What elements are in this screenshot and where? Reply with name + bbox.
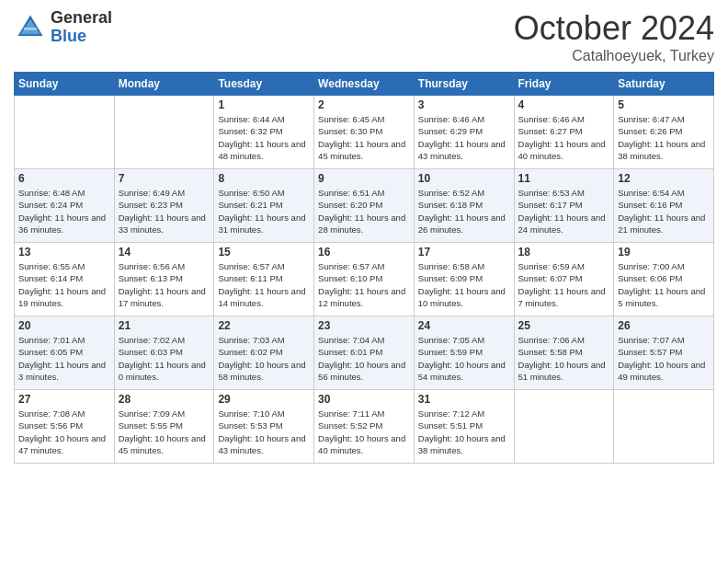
calendar-week-4: 27Sunrise: 7:08 AM Sunset: 5:56 PM Dayli… [15, 390, 714, 464]
calendar-cell: 16Sunrise: 6:57 AM Sunset: 6:10 PM Dayli… [314, 243, 415, 316]
logo-icon [14, 11, 47, 44]
day-number: 16 [318, 246, 410, 259]
header-row: Sunday Monday Tuesday Wednesday Thursday… [15, 73, 714, 96]
calendar-week-2: 13Sunrise: 6:55 AM Sunset: 6:14 PM Dayli… [15, 243, 714, 316]
day-number: 21 [119, 319, 210, 332]
calendar-cell: 30Sunrise: 7:11 AM Sunset: 5:52 PM Dayli… [314, 390, 415, 464]
day-number: 6 [18, 172, 110, 185]
calendar-cell: 13Sunrise: 6:55 AM Sunset: 6:14 PM Dayli… [15, 243, 115, 316]
day-number: 8 [218, 172, 310, 185]
calendar-cell: 5Sunrise: 6:47 AM Sunset: 6:26 PM Daylig… [614, 96, 714, 169]
calendar-cell: 22Sunrise: 7:03 AM Sunset: 6:02 PM Dayli… [214, 316, 314, 390]
logo: General Blue [14, 9, 112, 46]
day-info: Sunrise: 6:46 AM Sunset: 6:27 PM Dayligh… [518, 113, 610, 162]
calendar-cell: 19Sunrise: 7:00 AM Sunset: 6:06 PM Dayli… [614, 243, 714, 316]
day-info: Sunrise: 6:55 AM Sunset: 6:14 PM Dayligh… [18, 260, 110, 309]
day-info: Sunrise: 7:03 AM Sunset: 6:02 PM Dayligh… [218, 334, 310, 383]
day-number: 26 [618, 319, 710, 332]
day-info: Sunrise: 7:08 AM Sunset: 5:56 PM Dayligh… [18, 408, 110, 456]
calendar-cell [514, 390, 614, 464]
title-block: October 2024 Catalhoeyuek, Turkey [514, 9, 714, 64]
col-wednesday: Wednesday [314, 73, 415, 96]
day-info: Sunrise: 6:57 AM Sunset: 6:11 PM Dayligh… [218, 260, 310, 309]
day-info: Sunrise: 6:54 AM Sunset: 6:16 PM Dayligh… [618, 187, 710, 236]
month-title: October 2024 [514, 9, 714, 48]
day-info: Sunrise: 7:06 AM Sunset: 5:58 PM Dayligh… [518, 334, 610, 383]
day-info: Sunrise: 7:01 AM Sunset: 6:05 PM Dayligh… [18, 334, 110, 383]
day-number: 9 [318, 172, 410, 185]
calendar-cell: 2Sunrise: 6:45 AM Sunset: 6:30 PM Daylig… [314, 96, 415, 169]
calendar-cell: 14Sunrise: 6:56 AM Sunset: 6:13 PM Dayli… [114, 243, 214, 316]
page: General Blue October 2024 Catalhoeyuek, … [0, 0, 728, 563]
day-info: Sunrise: 6:46 AM Sunset: 6:29 PM Dayligh… [418, 113, 510, 162]
day-number: 1 [218, 98, 310, 111]
calendar-cell: 27Sunrise: 7:08 AM Sunset: 5:56 PM Dayli… [15, 390, 115, 464]
day-info: Sunrise: 7:09 AM Sunset: 5:55 PM Dayligh… [119, 408, 210, 456]
day-number: 29 [218, 393, 310, 406]
day-number: 19 [618, 246, 710, 259]
calendar-cell: 1Sunrise: 6:44 AM Sunset: 6:32 PM Daylig… [214, 96, 314, 169]
day-number: 27 [18, 393, 110, 406]
day-info: Sunrise: 6:50 AM Sunset: 6:21 PM Dayligh… [218, 187, 310, 236]
day-info: Sunrise: 6:44 AM Sunset: 6:32 PM Dayligh… [218, 113, 310, 162]
day-number: 24 [418, 319, 510, 332]
day-number: 30 [318, 393, 410, 406]
col-sunday: Sunday [15, 73, 115, 96]
day-info: Sunrise: 7:00 AM Sunset: 6:06 PM Dayligh… [618, 260, 710, 309]
day-number: 4 [518, 98, 610, 111]
day-number: 18 [518, 246, 610, 259]
calendar-cell: 31Sunrise: 7:12 AM Sunset: 5:51 PM Dayli… [414, 390, 514, 464]
calendar-cell: 9Sunrise: 6:51 AM Sunset: 6:20 PM Daylig… [314, 169, 415, 243]
logo-general-text: General [51, 9, 112, 28]
col-monday: Monday [114, 73, 214, 96]
day-info: Sunrise: 7:05 AM Sunset: 5:59 PM Dayligh… [418, 334, 510, 383]
day-info: Sunrise: 6:47 AM Sunset: 6:26 PM Dayligh… [618, 113, 710, 162]
calendar-cell: 23Sunrise: 7:04 AM Sunset: 6:01 PM Dayli… [314, 316, 415, 390]
day-number: 23 [318, 319, 410, 332]
logo-text: General Blue [51, 9, 112, 46]
day-info: Sunrise: 7:10 AM Sunset: 5:53 PM Dayligh… [218, 408, 310, 456]
calendar-cell: 10Sunrise: 6:52 AM Sunset: 6:18 PM Dayli… [414, 169, 514, 243]
calendar-cell [15, 96, 115, 169]
day-info: Sunrise: 6:49 AM Sunset: 6:23 PM Dayligh… [119, 187, 210, 236]
day-number: 10 [418, 172, 510, 185]
day-info: Sunrise: 6:56 AM Sunset: 6:13 PM Dayligh… [119, 260, 210, 309]
calendar-cell: 29Sunrise: 7:10 AM Sunset: 5:53 PM Dayli… [214, 390, 314, 464]
day-info: Sunrise: 6:58 AM Sunset: 6:09 PM Dayligh… [418, 260, 510, 309]
calendar-cell: 17Sunrise: 6:58 AM Sunset: 6:09 PM Dayli… [414, 243, 514, 316]
day-number: 5 [618, 98, 710, 111]
col-tuesday: Tuesday [214, 73, 314, 96]
day-info: Sunrise: 7:04 AM Sunset: 6:01 PM Dayligh… [318, 334, 410, 383]
day-number: 13 [18, 246, 110, 259]
logo-blue-text: Blue [51, 28, 112, 46]
day-number: 22 [218, 319, 310, 332]
calendar-table: Sunday Monday Tuesday Wednesday Thursday… [14, 72, 714, 464]
day-number: 20 [18, 319, 110, 332]
calendar-cell: 15Sunrise: 6:57 AM Sunset: 6:11 PM Dayli… [214, 243, 314, 316]
calendar-cell: 11Sunrise: 6:53 AM Sunset: 6:17 PM Dayli… [514, 169, 614, 243]
header: General Blue October 2024 Catalhoeyuek, … [14, 9, 714, 64]
day-info: Sunrise: 6:48 AM Sunset: 6:24 PM Dayligh… [18, 187, 110, 236]
day-number: 12 [618, 172, 710, 185]
calendar-cell: 28Sunrise: 7:09 AM Sunset: 5:55 PM Dayli… [114, 390, 214, 464]
day-number: 7 [119, 172, 210, 185]
col-thursday: Thursday [414, 73, 514, 96]
location-title: Catalhoeyuek, Turkey [514, 48, 714, 64]
day-info: Sunrise: 6:53 AM Sunset: 6:17 PM Dayligh… [518, 187, 610, 236]
calendar-week-1: 6Sunrise: 6:48 AM Sunset: 6:24 PM Daylig… [15, 169, 714, 243]
calendar-cell: 18Sunrise: 6:59 AM Sunset: 6:07 PM Dayli… [514, 243, 614, 316]
calendar-cell [614, 390, 714, 464]
calendar-cell: 8Sunrise: 6:50 AM Sunset: 6:21 PM Daylig… [214, 169, 314, 243]
day-number: 14 [119, 246, 210, 259]
calendar-cell: 3Sunrise: 6:46 AM Sunset: 6:29 PM Daylig… [414, 96, 514, 169]
day-info: Sunrise: 7:02 AM Sunset: 6:03 PM Dayligh… [119, 334, 210, 383]
day-number: 17 [418, 246, 510, 259]
calendar-cell: 25Sunrise: 7:06 AM Sunset: 5:58 PM Dayli… [514, 316, 614, 390]
calendar-cell: 7Sunrise: 6:49 AM Sunset: 6:23 PM Daylig… [114, 169, 214, 243]
calendar-week-0: 1Sunrise: 6:44 AM Sunset: 6:32 PM Daylig… [15, 96, 714, 169]
day-number: 28 [119, 393, 210, 406]
calendar-cell: 4Sunrise: 6:46 AM Sunset: 6:27 PM Daylig… [514, 96, 614, 169]
day-number: 11 [518, 172, 610, 185]
calendar-cell: 6Sunrise: 6:48 AM Sunset: 6:24 PM Daylig… [15, 169, 115, 243]
day-number: 3 [418, 98, 510, 111]
